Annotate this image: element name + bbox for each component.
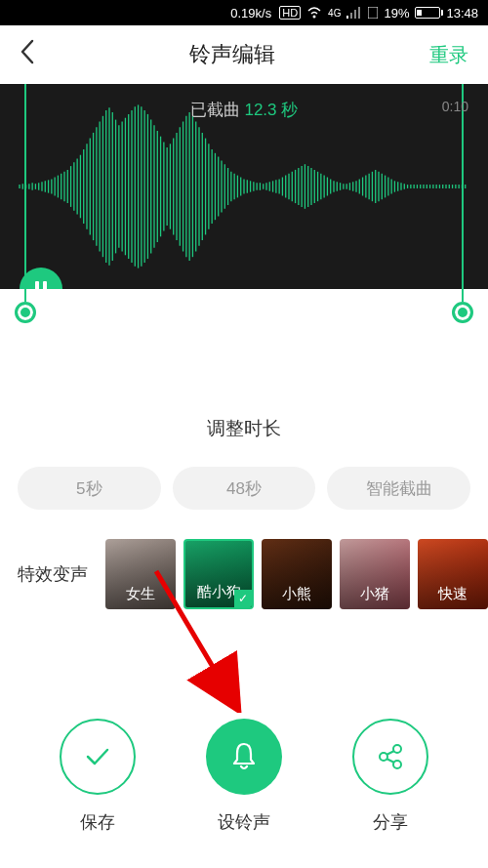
- action-row: 保存 设铃声 分享: [0, 719, 488, 834]
- status-bar: 0.19k/s HD 4G 19% 13:48: [0, 0, 488, 25]
- duration-option-48s[interactable]: 48秒: [173, 467, 316, 510]
- action-label: 保存: [80, 810, 115, 834]
- save-button[interactable]: 保存: [60, 719, 136, 834]
- voice-effects-scroll[interactable]: 女生 酷小狗 小熊 小猪 快速: [105, 539, 488, 609]
- share-icon: [352, 719, 428, 795]
- effect-pig[interactable]: 小猪: [340, 539, 410, 609]
- pause-icon: [35, 281, 47, 289]
- effect-label: 酷小狗: [197, 583, 241, 601]
- waveform-display: 已截曲 12.3 秒 0:10: [0, 84, 488, 289]
- battery-percent: 19%: [384, 6, 409, 21]
- set-ringtone-button[interactable]: 设铃声: [206, 719, 282, 834]
- page-title: 铃声编辑: [189, 40, 275, 69]
- trim-info: 已截曲 12.3 秒: [0, 99, 488, 121]
- check-icon: [60, 719, 136, 795]
- adjust-title: 调整时长: [0, 416, 488, 441]
- duration-options: 5秒 48秒 智能截曲: [0, 447, 488, 529]
- voice-effects-label: 特效变声: [18, 562, 96, 586]
- svg-rect-2: [350, 13, 352, 19]
- clock-time: 13:48: [446, 6, 478, 21]
- svg-rect-3: [354, 10, 356, 19]
- effect-girl[interactable]: 女生: [105, 539, 176, 609]
- voice-effects-row: 特效变声 女生 酷小狗 小熊 小猪 快速: [0, 529, 488, 619]
- svg-rect-4: [358, 7, 360, 19]
- svg-point-0: [313, 16, 316, 19]
- duration-option-smart[interactable]: 智能截曲: [327, 467, 470, 510]
- rerecord-button[interactable]: 重录: [429, 42, 468, 68]
- hd-icon: HD: [279, 6, 301, 20]
- effect-label: 快速: [438, 585, 468, 603]
- back-button[interactable]: [20, 39, 35, 71]
- duration-option-5s[interactable]: 5秒: [18, 467, 161, 510]
- effect-label: 女生: [126, 585, 155, 603]
- action-label: 分享: [373, 810, 408, 834]
- action-label: 设铃声: [218, 810, 270, 834]
- network-speed: 0.19k/s: [230, 6, 271, 21]
- signal-4g-icon: 4G: [328, 8, 341, 19]
- effect-label: 小熊: [282, 585, 311, 603]
- wifi-icon: [306, 7, 322, 19]
- effect-cool-dog[interactable]: 酷小狗: [183, 539, 254, 609]
- svg-rect-5: [368, 7, 378, 19]
- trim-slider: [0, 289, 488, 328]
- total-duration: 0:10: [442, 99, 468, 114]
- effect-label: 小猪: [360, 585, 389, 603]
- sim-icon: [368, 7, 378, 19]
- nav-bar: 铃声编辑 重录: [0, 25, 488, 84]
- share-button[interactable]: 分享: [352, 719, 428, 834]
- bell-icon: [206, 719, 282, 795]
- effect-fast[interactable]: 快速: [418, 539, 488, 609]
- svg-rect-1: [346, 16, 348, 19]
- battery-icon: [415, 7, 440, 19]
- signal-bars-icon: [346, 7, 362, 19]
- effect-bear[interactable]: 小熊: [262, 539, 332, 609]
